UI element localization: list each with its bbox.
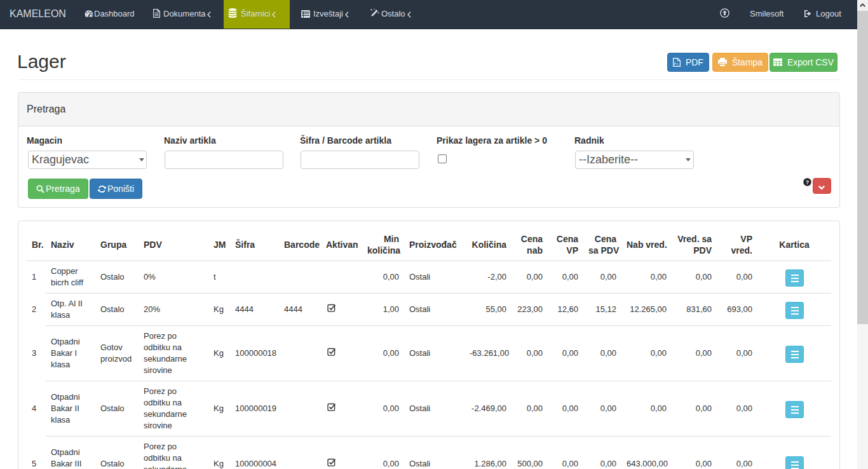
svg-text:?: ? bbox=[806, 179, 810, 186]
